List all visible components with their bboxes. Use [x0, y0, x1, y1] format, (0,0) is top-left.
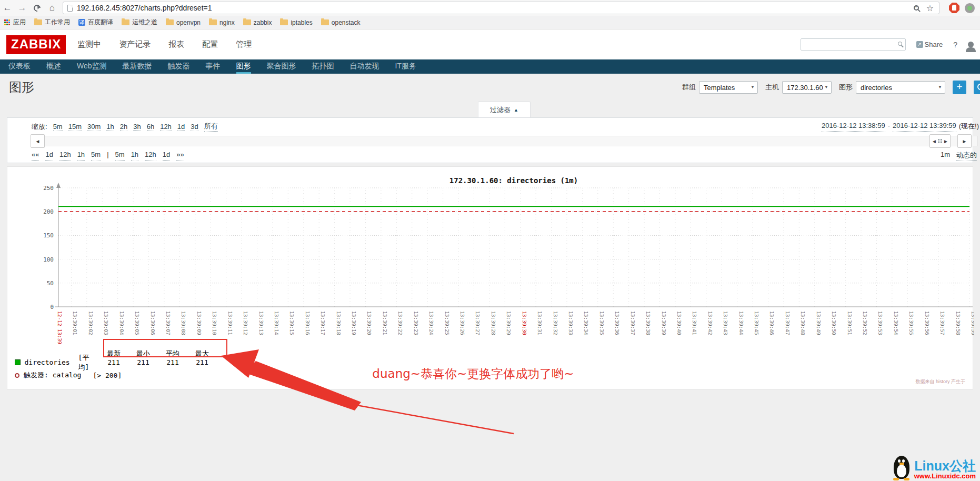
svg-text:13:39:42: 13:39:42 [707, 311, 713, 335]
legend-series-row: directories [平均] 211 211 211 211 [15, 358, 217, 367]
select-群组[interactable]: Templates [699, 81, 758, 94]
bookmark-iptables[interactable]: iptables [280, 19, 312, 26]
slider-drag-handle[interactable]: ◄ ► [929, 134, 951, 148]
subnav-概述[interactable]: 概述 [46, 59, 61, 74]
svg-text:13:39:12: 13:39:12 [243, 311, 248, 335]
back-icon[interactable]: ← [0, 3, 15, 13]
quicknav-1h[interactable]: 1h [131, 151, 138, 161]
date-from-link[interactable]: 2016-12-12 13:38:59 [822, 122, 885, 132]
dynamic-link[interactable]: 动态的 [956, 151, 977, 161]
bookmarks-bar: 应用 工作常用译百度翻译运维之道openvpnnginxzabbixiptabl… [0, 16, 980, 29]
zoom-link-30m[interactable]: 30m [87, 123, 101, 131]
svg-text:13:39:15: 13:39:15 [289, 311, 295, 335]
nav-报表[interactable]: 报表 [168, 34, 184, 55]
bookmark-zabbix[interactable]: zabbix [243, 19, 272, 26]
user-profile-icon[interactable] [968, 42, 974, 47]
quicknav-1d[interactable]: 1d [163, 151, 170, 161]
bookmark-star-icon[interactable]: ☆ [926, 3, 934, 13]
svg-text:13:39:16: 13:39:16 [305, 311, 311, 335]
quicknav-12h[interactable]: 12h [145, 151, 156, 161]
svg-text:13:39:44: 13:39:44 [738, 311, 744, 335]
select-图形[interactable]: directories [856, 81, 945, 94]
zoom-link-6h[interactable]: 6h [147, 123, 154, 131]
nav-资产记录[interactable]: 资产记录 [119, 34, 151, 55]
add-graph-button[interactable]: + [953, 81, 966, 94]
slider-left-button[interactable]: ◄ [31, 134, 45, 148]
svg-text:13:39:53: 13:39:53 [877, 311, 883, 335]
zabbix-header: ZABBIX 监测中资产记录报表配置管理 ↗ Share ? [0, 29, 980, 59]
nav-监测中[interactable]: 监测中 [77, 34, 101, 55]
quicknav-1h[interactable]: 1h [77, 151, 85, 161]
svg-text:13:39:59: 13:39:59 [971, 311, 974, 335]
refresh-icon[interactable] [32, 3, 42, 13]
slider-track[interactable] [31, 136, 978, 146]
quicknav-««[interactable]: «« [32, 151, 39, 161]
svg-text:13:39:51: 13:39:51 [847, 311, 853, 335]
zoom-link-3d[interactable]: 3d [191, 123, 198, 131]
quicknav-1d[interactable]: 1d [45, 151, 53, 161]
subnav-聚合图形[interactable]: 聚合图形 [267, 59, 296, 74]
zoom-link-1h[interactable]: 1h [106, 123, 114, 131]
help-button[interactable]: ? [953, 41, 957, 49]
bookmark-openstack[interactable]: openstack [321, 19, 361, 26]
nav-管理[interactable]: 管理 [236, 34, 252, 55]
chevron-up-icon: ▲ [514, 107, 518, 113]
zoom-link-1d[interactable]: 1d [177, 123, 185, 131]
subnav-自动发现[interactable]: 自动发现 [350, 59, 379, 74]
svg-text:13:39:56: 13:39:56 [924, 311, 930, 335]
bookmark-工作常用[interactable]: 工作常用 [34, 18, 70, 27]
subnav-Web监测[interactable]: Web监测 [77, 59, 107, 74]
svg-text:100: 100 [43, 256, 54, 263]
graph-footer-note: 数据来自 history 产生于 [915, 378, 965, 385]
filter-toggle-tab[interactable]: 过滤器 ▲ [478, 102, 531, 117]
svg-text:13:39:46: 13:39:46 [769, 311, 775, 335]
subnav-仪表板[interactable]: 仪表板 [8, 59, 31, 74]
zoom-link-15m[interactable]: 15m [68, 123, 82, 131]
bookmark-百度翻译[interactable]: 译百度翻译 [78, 18, 113, 27]
site-watermark: Linux公社 www.Linuxidc.com [892, 456, 976, 480]
zoom-link-12h[interactable]: 12h [160, 123, 172, 131]
quicknav-12h[interactable]: 12h [59, 151, 71, 161]
url-text[interactable]: 192.168.2.45:8027/charts.php?ddreset=1 [77, 4, 914, 12]
zabbix-logo[interactable]: ZABBIX [6, 35, 66, 54]
date-to-link[interactable]: 2016-12-12 13:39:59 [893, 122, 956, 132]
adblock-extension-icon[interactable] [949, 3, 959, 13]
fullscreen-button[interactable] [974, 81, 980, 94]
bookmark-nginx[interactable]: nginx [209, 19, 235, 26]
forward-icon[interactable]: → [15, 3, 29, 13]
svg-text:13:39:02: 13:39:02 [88, 311, 94, 335]
subnav-IT服务[interactable]: IT服务 [395, 59, 416, 74]
subnav-最新数据[interactable]: 最新数据 [123, 59, 152, 74]
svg-text:13:39:27: 13:39:27 [475, 311, 481, 335]
address-bar[interactable]: 192.168.2.45:8027/charts.php?ddreset=1 ☆ [63, 2, 939, 14]
folder-icon [34, 19, 42, 25]
home-icon[interactable]: ⌂ [45, 3, 59, 13]
zoom-link-所有[interactable]: 所有 [204, 122, 218, 132]
svg-text:13:39:05: 13:39:05 [134, 311, 140, 335]
slider-right-button[interactable]: ► [957, 134, 972, 148]
zoom-link-3h[interactable]: 3h [133, 123, 141, 131]
svg-text:13:39:20: 13:39:20 [366, 311, 372, 335]
quicknav-5m[interactable]: 5m [91, 151, 101, 161]
select-主机[interactable]: 172.30.1.60 [782, 81, 832, 94]
extension-icon[interactable] [965, 3, 975, 13]
share-button[interactable]: ↗ Share [916, 41, 943, 48]
zoom-page-icon[interactable] [914, 5, 919, 11]
time-slider: ◄ ◄ ► ► [31, 134, 978, 148]
subnav-触发器[interactable]: 触发器 [168, 59, 190, 74]
zoom-link-2h[interactable]: 2h [120, 123, 127, 131]
subnav-拓扑图[interactable]: 拓扑图 [312, 59, 334, 74]
subnav-事件[interactable]: 事件 [206, 59, 221, 74]
zoom-link-5m[interactable]: 5m [53, 123, 63, 131]
apps-shortcut[interactable]: 应用 [4, 18, 26, 27]
nav-配置[interactable]: 配置 [202, 34, 218, 55]
bookmark-运维之道[interactable]: 运维之道 [122, 18, 157, 27]
bookmark-openvpn[interactable]: openvpn [166, 19, 201, 26]
svg-text:13:39:36: 13:39:36 [614, 311, 620, 335]
quicknav-5m[interactable]: 5m [115, 151, 125, 161]
search-input[interactable] [801, 38, 906, 51]
subnav-图形[interactable]: 图形 [236, 59, 251, 74]
graph-plot: 05010015020025012-12 13:3913:39:0113:39:… [7, 183, 974, 352]
quicknav-»»[interactable]: »» [176, 151, 184, 161]
interval-label: 1m [941, 151, 950, 161]
